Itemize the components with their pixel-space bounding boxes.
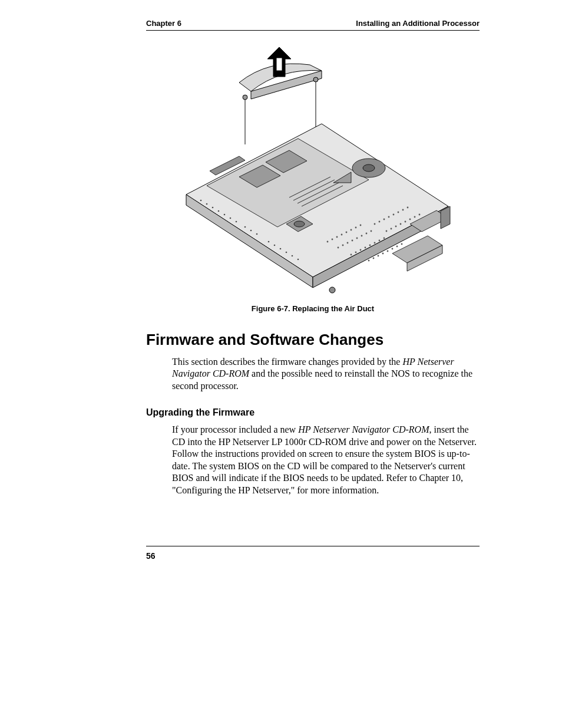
svg-point-59: [414, 216, 416, 218]
svg-point-56: [400, 223, 402, 225]
figure-illustration: Figure 6-7. Replacing the Air Duct: [146, 47, 480, 313]
svg-point-71: [212, 207, 214, 209]
svg-point-29: [338, 247, 339, 249]
subsection-body: If your processor included a new HP Nets…: [172, 424, 480, 496]
subsection-heading: Upgrading the Firmware: [146, 407, 480, 418]
svg-point-78: [256, 233, 258, 235]
svg-point-81: [280, 248, 282, 250]
svg-point-3: [243, 95, 247, 100]
svg-point-48: [388, 216, 390, 218]
intro-text-pre: This section describes the firmware chan…: [172, 357, 402, 367]
svg-point-62: [373, 258, 375, 259]
svg-point-82: [286, 252, 287, 253]
svg-point-39: [360, 249, 362, 251]
svg-point-24: [341, 234, 343, 236]
svg-point-55: [395, 226, 397, 228]
svg-point-89: [329, 287, 335, 293]
svg-point-40: [365, 247, 366, 249]
svg-point-21: [327, 241, 329, 243]
svg-point-43: [379, 240, 381, 242]
sub-text-em: HP Netserver Navigator CD-ROM: [298, 424, 429, 434]
svg-point-37: [351, 254, 352, 256]
section-intro: This section describes the firmware chan…: [172, 356, 480, 392]
svg-point-67: [396, 246, 398, 248]
svg-point-50: [398, 212, 399, 213]
svg-point-17: [363, 164, 375, 172]
svg-point-49: [393, 214, 395, 216]
svg-point-45: [374, 223, 376, 225]
sub-text-pre: If your processor included a new: [172, 424, 298, 434]
svg-point-22: [332, 239, 333, 241]
svg-point-74: [230, 218, 232, 219]
header-left: Chapter 6: [146, 19, 181, 28]
svg-point-63: [378, 255, 379, 257]
svg-point-35: [366, 233, 368, 235]
svg-point-54: [391, 228, 392, 230]
air-duct-diagram-icon: [174, 47, 451, 295]
svg-point-80: [274, 245, 276, 246]
svg-point-60: [419, 214, 421, 216]
page-container: Chapter 6 Installing an Additional Proce…: [0, 0, 562, 496]
svg-point-31: [347, 242, 349, 244]
svg-point-70: [206, 203, 208, 205]
svg-point-61: [368, 260, 370, 262]
svg-point-69: [200, 200, 202, 202]
svg-point-23: [336, 236, 338, 238]
svg-point-53: [386, 230, 388, 232]
running-header: Chapter 6 Installing an Additional Proce…: [146, 19, 480, 31]
svg-point-77: [250, 230, 252, 232]
svg-point-44: [384, 238, 385, 239]
svg-point-52: [407, 207, 409, 209]
svg-point-64: [382, 253, 384, 255]
svg-point-20: [294, 221, 305, 227]
svg-point-66: [392, 248, 394, 250]
svg-point-33: [356, 238, 358, 239]
svg-point-38: [355, 252, 357, 253]
svg-point-65: [387, 251, 389, 252]
svg-point-57: [405, 221, 406, 223]
svg-point-27: [355, 227, 357, 229]
figure-caption: Figure 6-7. Replacing the Air Duct: [146, 304, 480, 313]
svg-point-26: [351, 229, 352, 231]
header-right: Installing an Additional Processor: [356, 19, 480, 28]
page-number: 56: [146, 551, 156, 561]
svg-point-75: [236, 221, 237, 223]
svg-point-68: [401, 243, 403, 245]
svg-point-30: [342, 245, 344, 246]
svg-point-28: [360, 225, 362, 226]
svg-point-79: [268, 241, 270, 243]
svg-point-76: [244, 226, 246, 228]
svg-point-46: [379, 221, 381, 223]
svg-point-36: [371, 230, 372, 232]
svg-point-72: [218, 210, 220, 212]
svg-point-41: [369, 245, 371, 246]
svg-point-25: [346, 232, 348, 233]
svg-point-51: [402, 209, 404, 211]
sub-text-post: , insert the CD into the HP Netserver LP…: [172, 424, 477, 495]
svg-point-34: [361, 235, 363, 237]
svg-point-83: [292, 255, 293, 257]
svg-point-32: [352, 240, 353, 242]
svg-point-58: [409, 219, 411, 220]
svg-point-84: [297, 259, 299, 261]
footer-rule: [146, 546, 480, 546]
section-heading: Firmware and Software Changes: [146, 331, 480, 349]
svg-point-73: [224, 214, 226, 216]
svg-point-42: [374, 242, 376, 244]
svg-point-4: [313, 77, 318, 82]
svg-point-47: [384, 219, 385, 220]
